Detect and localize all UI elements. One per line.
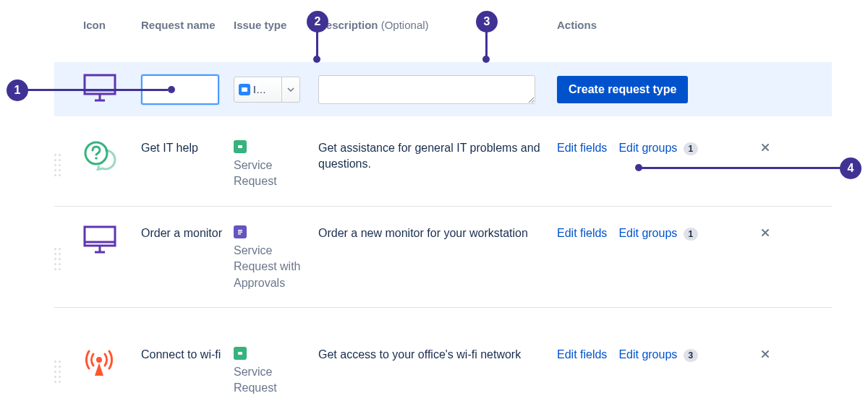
annotation-callout-2: 2 (307, 11, 328, 33)
remove-row-button[interactable] (757, 347, 774, 363)
svg-rect-14 (238, 233, 241, 235)
svg-point-15 (96, 357, 102, 363)
annotation-stem-dot (482, 56, 490, 63)
description-text: Order a new monitor for your workstation (318, 225, 550, 241)
issue-type-select-label: I… (253, 84, 266, 95)
description-text: Get assistance for general IT problems a… (318, 140, 550, 173)
svg-rect-16 (238, 352, 242, 355)
svg-rect-13 (238, 232, 242, 233)
drag-handle-icon[interactable] (54, 248, 63, 272)
issue-type-select[interactable]: I… (234, 77, 300, 103)
edit-fields-link[interactable]: Edit fields (557, 348, 607, 361)
annotation-stem-dot (168, 86, 175, 93)
description-input[interactable] (318, 75, 535, 104)
issue-type-label: Service Request with Approvals (234, 243, 311, 291)
description-text: Get access to your office's wi-fi networ… (318, 347, 550, 363)
groups-count-badge: 3 (684, 349, 698, 362)
annotation-stem-dot (313, 56, 320, 63)
drag-handle-icon[interactable] (54, 361, 63, 385)
request-name: Get IT help (141, 140, 226, 156)
wifi-antenna-icon (83, 347, 115, 381)
annotation-stem (316, 30, 318, 57)
drag-handle-icon[interactable] (54, 154, 63, 178)
create-request-type-button[interactable]: Create request type (557, 76, 688, 103)
annotation-stem-dot (635, 164, 642, 171)
svg-rect-4 (242, 87, 247, 92)
edit-groups-link[interactable]: Edit groups (618, 142, 677, 154)
svg-rect-12 (238, 230, 242, 231)
header-description: Description (Optional) (318, 19, 557, 31)
annotation-callout-3: 3 (476, 11, 498, 33)
request-type-row: Order a monitor Service Request with App… (54, 212, 832, 308)
annotation-callout-1: 1 (7, 79, 28, 101)
header-actions: Actions (557, 19, 781, 31)
annotation-stem (639, 167, 842, 169)
monitor-icon (83, 225, 116, 257)
question-bubble-icon (83, 140, 116, 173)
request-name: Order a monitor (141, 225, 226, 241)
issue-type-mini-icon (239, 84, 250, 95)
annotation-stem (485, 30, 488, 57)
groups-count-badge: 1 (684, 228, 698, 241)
groups-count-badge: 1 (684, 142, 698, 155)
remove-row-button[interactable] (757, 225, 774, 241)
edit-groups-link[interactable]: Edit groups (618, 348, 677, 361)
issue-type-label: Service Request (234, 158, 311, 190)
service-request-icon (234, 140, 247, 153)
header-icon: Icon (54, 19, 141, 31)
svg-point-6 (95, 157, 98, 160)
annotation-callout-4: 4 (840, 158, 861, 179)
issue-type-label: Service Request (234, 364, 311, 397)
service-request-approvals-icon (234, 225, 247, 238)
service-request-icon (234, 347, 247, 360)
request-type-row: Connect to wi-fi Service Request Get acc… (54, 334, 832, 413)
header-request-name: Request name (141, 19, 234, 31)
svg-rect-7 (238, 145, 242, 148)
edit-fields-link[interactable]: Edit fields (557, 227, 607, 240)
header-description-optional: (Optional) (381, 19, 429, 31)
request-name: Connect to wi-fi (141, 347, 226, 363)
header-issue-type: Issue type (234, 19, 318, 31)
edit-groups-link[interactable]: Edit groups (618, 227, 677, 239)
annotation-stem (26, 89, 168, 91)
chevron-down-icon[interactable] (282, 77, 299, 102)
remove-row-button[interactable] (757, 140, 774, 156)
edit-fields-link[interactable]: Edit fields (557, 142, 607, 155)
table-headers: Icon Request name Issue type Description… (54, 19, 781, 31)
